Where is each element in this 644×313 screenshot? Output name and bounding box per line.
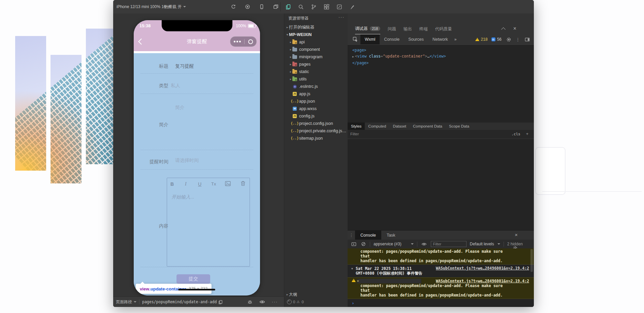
- tree-open-editors[interactable]: ▸ 打开的编辑器: [284, 24, 348, 31]
- add-style-button[interactable]: +: [526, 131, 528, 136]
- tree-file-eslintrc[interactable]: .eslintrc.js: [284, 83, 348, 90]
- source-control-icon[interactable]: [309, 0, 319, 13]
- source-link[interactable]: WASubContext.js?t=we…28496001&v=2.19.4:2: [436, 279, 529, 283]
- tab-scope-data[interactable]: Scope Data: [446, 123, 473, 130]
- console-warning-entry[interactable]: ▶ Do not have handler in component: page…: [348, 277, 534, 299]
- multi-window-icon[interactable]: [271, 0, 281, 13]
- type-input[interactable]: 私人: [171, 83, 180, 89]
- tab-computed[interactable]: Computed: [365, 123, 389, 130]
- tree-folder-pages[interactable]: ▸ pages: [284, 61, 348, 68]
- tree-label: config.js: [299, 114, 315, 118]
- console-warning-clipped[interactable]: component: pages/popupRemind/update-and-…: [348, 248, 534, 265]
- close-panel-icon[interactable]: ×: [513, 26, 516, 32]
- tree-file-app-js[interactable]: JS app.js: [284, 90, 348, 98]
- tab-task[interactable]: Task: [381, 231, 401, 240]
- explorer-more-icon[interactable]: ···: [339, 15, 345, 20]
- styles-filter-input[interactable]: [349, 131, 453, 137]
- intro-textarea[interactable]: 简介: [175, 105, 185, 111]
- gear-icon[interactable]: [505, 33, 512, 46]
- wxml-line-page-close[interactable]: </page>: [352, 60, 534, 66]
- submit-button[interactable]: 提交: [176, 274, 210, 284]
- tab-problems[interactable]: 问题: [388, 24, 396, 34]
- divider: [140, 169, 253, 170]
- scrollbar-thumb[interactable]: [530, 249, 533, 272]
- warning-text: handler has been defined in pages/popupR…: [360, 293, 504, 298]
- trash-icon[interactable]: [240, 181, 246, 186]
- tab-output[interactable]: 输出: [404, 24, 412, 34]
- tab-console-bottom[interactable]: Console: [355, 231, 381, 240]
- tab-label: 代码质量: [435, 26, 452, 32]
- tree-file-project-config[interactable]: {..} project.config.json: [284, 120, 348, 127]
- extensions-icon[interactable]: [321, 0, 331, 13]
- files-icon[interactable]: [283, 0, 293, 13]
- tree-file-app-json[interactable]: {..} app.json: [284, 98, 348, 105]
- page-path-label[interactable]: 页面路径: [116, 299, 132, 305]
- outline-section[interactable]: ▸ 大纲: [284, 291, 348, 298]
- tree-folder-utils[interactable]: ▸ utils: [284, 75, 348, 83]
- tree-file-sitemap[interactable]: {..} sitemap.json: [284, 135, 348, 142]
- title-input[interactable]: 复习提醒: [175, 63, 194, 69]
- expand-icon[interactable]: ▶: [357, 279, 421, 283]
- rich-text-editor[interactable]: B I U Tx 开始输入...: [167, 178, 250, 267]
- clear-format-icon[interactable]: Tx: [211, 181, 216, 186]
- wxml-line-view[interactable]: ▶<view class="update-container">…</view>: [352, 53, 534, 60]
- tree-folder-miniprogram[interactable]: ▸ miniprogram: [284, 53, 348, 61]
- more-dots-icon[interactable]: [234, 41, 241, 42]
- refresh-icon[interactable]: [228, 0, 238, 13]
- folder-icon: [292, 77, 297, 81]
- tree-folder-api[interactable]: ▸ api: [284, 38, 348, 46]
- tab-component-data[interactable]: Component Data: [410, 123, 446, 130]
- devtools-status-icons: 218 56 ⋮: [475, 34, 530, 44]
- more-tabs-icon[interactable]: »: [454, 37, 457, 42]
- phone-mode-icon[interactable]: [257, 0, 267, 13]
- tree-file-app-wxss[interactable]: W app.wxss: [284, 105, 348, 112]
- bug-icon[interactable]: [245, 295, 255, 307]
- folder-icon: [292, 55, 297, 59]
- exit-circle-icon[interactable]: [248, 39, 253, 44]
- hot-reload-toggle[interactable]: 热重载 开: [164, 0, 186, 13]
- eye-icon[interactable]: [257, 295, 267, 307]
- device-selector[interactable]: iPhone 12/13 mini 100% 16: [117, 0, 170, 13]
- levels-selector[interactable]: Default levels: [470, 242, 494, 246]
- remind-time-picker[interactable]: 请选择时间: [175, 158, 199, 164]
- insert-image-icon[interactable]: [225, 181, 231, 186]
- capsule-menu[interactable]: [230, 36, 257, 47]
- tab-wxml[interactable]: Wxml: [360, 34, 380, 44]
- tab-code-quality[interactable]: 代码质量: [435, 24, 452, 34]
- dock-side-icon[interactable]: [524, 33, 530, 46]
- record-icon[interactable]: [243, 0, 253, 13]
- inspect-element-icon[interactable]: [350, 33, 360, 46]
- search-icon[interactable]: [296, 0, 306, 13]
- context-selector[interactable]: appservice (#3): [374, 242, 401, 246]
- tree-folder-static[interactable]: ▸ static: [284, 68, 348, 75]
- expand-icon[interactable]: ▶: [352, 55, 354, 58]
- close-console-icon[interactable]: ×: [515, 232, 518, 238]
- console-log-entry[interactable]: ▼ Sat Mar 22 2025 15:38:11 GMT+0800 (中国标…: [348, 265, 534, 277]
- underline-icon[interactable]: U: [198, 181, 201, 187]
- tab-terminal[interactable]: 终端: [419, 24, 428, 34]
- tab-console[interactable]: Console: [380, 34, 404, 44]
- tree-file-config-js[interactable]: JS config.js: [284, 112, 348, 120]
- wxml-line-page-open[interactable]: <page>: [352, 47, 534, 53]
- tab-dataset[interactable]: Dataset: [389, 123, 410, 130]
- bold-icon[interactable]: B: [170, 181, 174, 187]
- console-filter-input[interactable]: [431, 241, 466, 247]
- tree-file-project-private-config[interactable]: {..} project.private.config.js…: [284, 127, 348, 135]
- tab-styles[interactable]: Styles: [348, 123, 365, 130]
- theme-brush-icon[interactable]: [347, 0, 357, 13]
- tree-folder-component[interactable]: ▸ component: [284, 46, 348, 53]
- console-prompt[interactable]: ›: [348, 299, 534, 306]
- source-link[interactable]: WASubContext.js?t=we…28496001&v=2.19.4:2: [436, 266, 529, 271]
- styles-tabs: Styles Computed Dataset Component Data S…: [348, 123, 534, 130]
- toggle-class-button[interactable]: .cls: [512, 132, 521, 136]
- tree-root[interactable]: ▾ MP-WEIXIN: [284, 31, 348, 38]
- collapse-icon[interactable]: ▼: [351, 267, 353, 271]
- more-dots-icon[interactable]: ···: [272, 300, 278, 304]
- copy-path-icon[interactable]: [217, 295, 224, 307]
- snippet-icon[interactable]: [334, 0, 344, 13]
- tab-sources[interactable]: Sources: [404, 34, 428, 44]
- tab-network[interactable]: Network: [428, 34, 452, 44]
- simulator-toolbar: iPhone 12/13 mini 100% 16 热重载 开: [113, 0, 534, 14]
- italic-icon[interactable]: I: [185, 181, 187, 187]
- kebab-menu-icon[interactable]: ⋮: [516, 37, 520, 42]
